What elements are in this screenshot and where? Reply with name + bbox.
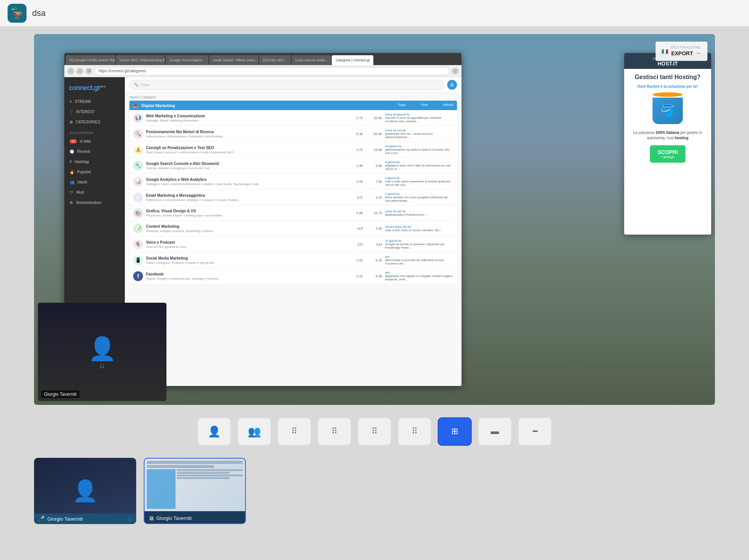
- tab-5[interactable]: [5] Entity SEO...: [259, 55, 291, 65]
- preview-line-3: [177, 474, 243, 476]
- sidebar-utenti[interactable]: 👥 Utenti: [64, 177, 125, 187]
- forward-button[interactable]: →: [76, 68, 83, 75]
- view-btn-3[interactable]: ⠿: [277, 417, 311, 446]
- layout-6-icon: ⠿: [412, 426, 418, 436]
- section-header: 📤 Digital Marketing Topic Post Attività: [129, 101, 457, 110]
- layout-5-icon: ⠿: [371, 426, 378, 436]
- app-title: dsa: [32, 8, 45, 18]
- cat-activity-4: 9 giorni fa @giaipom testo vivo il fatto…: [385, 160, 453, 171]
- cat-activity-10: ieri @treciotato si può fare de settiman…: [385, 255, 453, 265]
- refresh-button[interactable]: ↺: [85, 68, 92, 75]
- url-bar[interactable]: https://connect.gt/categories: [95, 67, 449, 75]
- tab-4[interactable]: Inside Search: Fifteen years...: [209, 55, 258, 65]
- tab-3[interactable]: Google Hummingbird...: [166, 55, 208, 65]
- interest-icon: ♡: [70, 110, 73, 114]
- categories-section: 📤 Digital Marketing Topic Post Attività: [125, 101, 462, 289]
- preview-line-4: [177, 477, 230, 479]
- cat-icon-11: f: [133, 271, 143, 281]
- ad-subtitle: Host Bucket è la soluzione per te!: [629, 84, 707, 89]
- sidebar-interest[interactable]: ♡ INTEREST: [64, 107, 125, 117]
- table-row[interactable]: 📱 Social Media Marketing Twitter, Instag…: [129, 252, 457, 268]
- sidebar-stream[interactable]: ≡ STREAM: [64, 96, 125, 107]
- table-row[interactable]: 🎙️ Voice e Podcast Tutto ciò che riguard…: [129, 236, 457, 252]
- cat-info-6: Email Marketing e Messaggistica Piattafo…: [146, 193, 347, 202]
- cat-activity-7: circa 13 ore fa @altrasolution Potresti …: [385, 210, 453, 216]
- table-row[interactable]: ✉️ Email Marketing e Messaggistica Piatt…: [129, 190, 457, 205]
- tab-1[interactable]: [5] Google's Entity Search Topi...: [66, 55, 115, 65]
- view-btn-9[interactable]: ━: [518, 417, 552, 446]
- table-row[interactable]: ⚠️ Consigli su Penalizzazioni e Test SEO…: [129, 142, 457, 158]
- participant-name-screen: 🖥 Giorgio Taverniti: [145, 513, 245, 523]
- sidebar-admin[interactable]: ⚙ Amministratore: [64, 198, 125, 208]
- view-btn-8[interactable]: ▬: [478, 417, 512, 446]
- participant-name-person: 🎤 Giorgio Taverniti ⋮: [34, 513, 136, 524]
- destinazione-export-logo: 🇮🇹 DESTINAZIONE EXPORT →: [656, 42, 707, 61]
- table-row[interactable]: 🔧 Google Search Console e Altri Strument…: [129, 158, 457, 174]
- browser-tabs: [5] Google's Entity Search Topi... Futur…: [64, 53, 462, 65]
- tab-6[interactable]: Cosa sono le entità...: [292, 55, 331, 65]
- sidebar-mod[interactable]: 🛡 Mod: [64, 187, 125, 198]
- cat-activity-1: circa 26 giorni fa Già che ci sono ne ap…: [385, 113, 453, 123]
- search-box[interactable]: 🔍 Cerca: [129, 80, 444, 90]
- participant-card-screen: 🖥 Giorgio Taverniti: [144, 458, 246, 524]
- user-avatar[interactable]: G: [447, 80, 457, 90]
- breadcrumb: Home / Categorie: [125, 92, 462, 101]
- view-btn-1[interactable]: 👤: [197, 417, 231, 446]
- flag-icon: 🇮🇹: [662, 48, 668, 54]
- cat-stats-7: 5.8k 34.7k: [350, 211, 382, 215]
- table-row[interactable]: 🔍 Posizionamento Nei Motori di Ricerca I…: [129, 126, 457, 142]
- categories-icon: ⊞: [70, 120, 73, 124]
- stream-icon: ≡: [70, 100, 72, 104]
- layout-8-icon: ▬: [491, 426, 499, 436]
- grid-view-btn[interactable]: ⊞: [438, 417, 472, 446]
- breadcrumb-home[interactable]: Home: [129, 95, 138, 99]
- ad-panel: ONLINE · SEMPRE HOST.IT Gestisci tanti H…: [624, 53, 711, 235]
- table-row[interactable]: 📝 Content Marketing Strategia, sviluppo …: [129, 221, 457, 236]
- cat-stats-11: 2.1k 8.9k: [350, 274, 382, 278]
- forum-logo: connect.gtalpha: [64, 81, 125, 96]
- tab-2[interactable]: Future SEO: Understanding En...: [116, 55, 165, 65]
- table-row[interactable]: 📢 Web Marketing e Comunicazione Strategi…: [129, 110, 457, 126]
- main-content: 🇮🇹 DESTINAZIONE EXPORT → [5] Google's En…: [0, 26, 749, 560]
- ad-cta-button[interactable]: SCOPRI i dettagli: [650, 145, 685, 163]
- person-video: 👤 🎧 Giorgio Taverniti: [38, 303, 166, 401]
- tab-active[interactable]: Categorie | Connect.gt: [332, 55, 373, 65]
- cat-icon-8: 📝: [133, 224, 143, 233]
- cat-info-9: Voice e Podcast Tutto ciò che riguarda l…: [146, 240, 347, 249]
- bookmark-button[interactable]: ☆: [452, 68, 458, 75]
- cat-icon-5: 📊: [133, 177, 143, 187]
- table-row[interactable]: f Facebook Pagine, Insights e Facebook A…: [129, 268, 457, 284]
- view-btn-5[interactable]: ⠿: [357, 417, 392, 446]
- cat-info-10: Social Media Marketing Twitter, Instagra…: [146, 256, 347, 264]
- mod-icon: 🛡: [70, 190, 73, 194]
- table-row[interactable]: 📊 Google Analytics e Web Analytics Strat…: [129, 174, 457, 190]
- browser-toolbar: ← → ↺ https://connect.gt/categories ☆: [64, 65, 462, 77]
- cat-activity-2: circa 13 ore fa gradedops ahm na... tant…: [385, 129, 453, 139]
- two-persons-icon: 👥: [248, 425, 261, 438]
- logo-badge: alpha: [99, 85, 106, 88]
- ad-illustration: 🪣: [649, 92, 687, 126]
- sidebar-categories[interactable]: ⊞ CATEGORIES: [64, 117, 125, 127]
- unread-badge: 12: [70, 139, 77, 143]
- cat-info-7: Grafica, Visual Design & UX Programmi, t…: [146, 209, 347, 217]
- view-btn-2[interactable]: 👥: [237, 417, 271, 446]
- controls-bar: 👤 👥 ⠿ ⠿ ⠿ ⠿ ⊞ ▬ ━: [34, 409, 715, 454]
- cat-icon-7: 🎨: [133, 208, 143, 218]
- cat-stats-9: 133 624: [350, 243, 382, 246]
- sidebar-popolari[interactable]: 🔥 Popolari: [64, 167, 125, 177]
- more-options-icon[interactable]: ⋮: [127, 515, 132, 522]
- sidebar-in-lette[interactable]: 12 in lette: [64, 136, 125, 146]
- sidebar-recenti[interactable]: 🕐 Recenti: [64, 146, 125, 157]
- admin-icon: ⚙: [70, 201, 73, 205]
- table-row[interactable]: 🎨 Grafica, Visual Design & UX Programmi,…: [129, 205, 457, 221]
- search-icon: 🔍: [134, 82, 138, 87]
- view-btn-6[interactable]: ⠿: [398, 417, 432, 446]
- logo-arrow: →: [695, 49, 701, 57]
- back-button[interactable]: ←: [67, 68, 74, 75]
- cat-icon-9: 🎙️: [133, 240, 143, 249]
- cat-activity-11: ieri @gianpas Che sappia io è illegale v…: [385, 271, 453, 281]
- view-btn-4[interactable]: ⠿: [317, 417, 351, 446]
- sidebar-hashtag[interactable]: # Hashtag: [64, 157, 125, 167]
- layout-3-icon: ⠿: [291, 426, 297, 436]
- screen-share-icon: 🖥: [148, 515, 154, 521]
